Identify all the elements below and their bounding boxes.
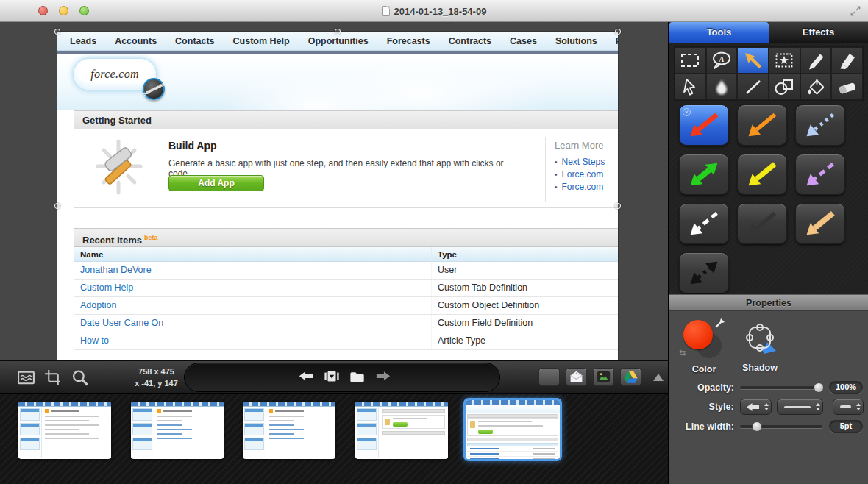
sf-tab-solutions[interactable]: Solutions	[555, 36, 597, 46]
solid-line-glyph	[784, 406, 811, 408]
color-control[interactable]: ⇆ Color	[678, 318, 730, 374]
deselect-badge-icon[interactable]: ✕	[683, 108, 691, 116]
swap-colors-icon[interactable]: ⇆	[679, 348, 686, 357]
cap-style-stepper[interactable]	[833, 399, 864, 415]
sf-tab-opportunities[interactable]: Opportunities	[308, 36, 369, 46]
row-name-link[interactable]: Jonathan DeVore	[74, 262, 431, 279]
tab-tools[interactable]: Tools	[669, 22, 769, 43]
google-drive-share-button[interactable]	[620, 368, 641, 386]
collection-button[interactable]	[322, 368, 341, 387]
arrow-style-blue-dotted-arrow[interactable]	[795, 104, 845, 146]
eraser-icon	[835, 76, 860, 97]
thumbnail-2[interactable]	[131, 402, 224, 459]
thumbnail-1[interactable]	[18, 402, 111, 459]
arrow-style-green-double-arrow[interactable]	[679, 154, 729, 195]
sf-tab-accounts[interactable]: Accounts	[115, 36, 157, 46]
sf-tab-custom-help[interactable]: Custom Help	[233, 36, 290, 46]
tool-rectangular-selection[interactable]	[675, 47, 706, 74]
table-row: AdoptionCustom Object Definition	[74, 297, 618, 315]
forward-arrow-button[interactable]	[374, 368, 393, 387]
zoom-button[interactable]	[71, 368, 90, 387]
arrow-style-black-dotted-double-arrow[interactable]	[679, 252, 729, 293]
tool-eraser[interactable]	[831, 74, 863, 100]
tool-pointer[interactable]	[675, 74, 706, 100]
row-name-link[interactable]: Adoption	[74, 297, 431, 314]
primary-color-well[interactable]	[683, 320, 713, 349]
sf-tab-cases[interactable]: Cases	[510, 36, 537, 46]
thumbnail-4[interactable]	[355, 402, 448, 459]
svg-text:A: A	[718, 54, 724, 63]
image-app-share-button[interactable]	[593, 368, 614, 386]
google-drive-icon	[623, 369, 638, 385]
arrow-style-white-dashed-arrow[interactable]	[679, 203, 729, 244]
tool-arrow[interactable]	[737, 47, 769, 74]
line-width-value[interactable]: 5pt	[829, 420, 863, 433]
tool-highlighter[interactable]	[831, 47, 863, 74]
blank-share-button[interactable]	[538, 368, 560, 386]
arrow-style-orange-arrow[interactable]	[737, 104, 787, 146]
selection-handle-mid-right[interactable]	[615, 203, 621, 209]
shadow-control[interactable]: Shadow	[734, 320, 786, 373]
folder-button[interactable]	[348, 368, 367, 387]
selection-handle-top-center[interactable]	[335, 29, 341, 35]
learn-more-panel: Learn More •Next Steps•Force.com•Force.c…	[545, 137, 618, 202]
line-icon	[741, 76, 766, 97]
row-type: User	[431, 262, 618, 279]
back-arrow-button[interactable]	[296, 368, 316, 387]
learn-more-link[interactable]: •Next Steps	[555, 157, 618, 167]
opacity-slider-knob[interactable]	[814, 382, 824, 393]
cloud-art	[219, 72, 410, 110]
selection-handle-top-left[interactable]	[54, 29, 60, 35]
arrow-style-yellow-arrow[interactable]	[737, 154, 787, 195]
selection-handle-top-right[interactable]	[615, 29, 621, 35]
row-name-link[interactable]: Custom Help	[74, 280, 431, 296]
sf-tab-produ[interactable]: Produ	[616, 36, 618, 46]
tool-pen[interactable]	[800, 47, 832, 74]
selection-handle-mid-left[interactable]	[54, 203, 60, 209]
tool-grid: A	[674, 46, 864, 101]
canvas-button[interactable]	[16, 368, 35, 387]
arrow-style-violet-dashed-arrow[interactable]	[795, 154, 845, 195]
learn-more-link[interactable]: •Force.com	[555, 169, 618, 179]
tool-stamp[interactable]	[769, 47, 800, 74]
learn-more-link[interactable]: •Force.com	[555, 182, 618, 192]
add-app-button[interactable]: Add App	[168, 175, 264, 191]
arrowhead-style-stepper[interactable]	[740, 399, 772, 415]
expand-triangle-icon[interactable]	[653, 374, 664, 381]
arrow-style-tan-arrow[interactable]	[795, 203, 845, 244]
fullscreen-icon[interactable]	[850, 6, 861, 16]
bullet: •	[555, 171, 558, 179]
thumbnail-3[interactable]	[243, 402, 335, 459]
navigation-bar	[184, 363, 500, 392]
pointer-icon	[677, 76, 702, 97]
crop-button[interactable]	[43, 368, 63, 387]
row-name-link[interactable]: Date User Came On	[74, 315, 431, 332]
arrow-style-gray-arrow[interactable]	[737, 203, 787, 244]
salesforce-header: force.com SOFTWARE	[57, 54, 618, 110]
crop-icon	[44, 369, 63, 387]
opacity-slider[interactable]	[740, 382, 822, 393]
tab-effects[interactable]: Effects	[769, 22, 868, 43]
arrow-style-red-arrow[interactable]: ✕	[679, 104, 729, 146]
sf-tab-contracts[interactable]: Contracts	[449, 36, 491, 46]
mail-share-button[interactable]	[566, 368, 587, 386]
opacity-value[interactable]: 100%	[829, 381, 863, 394]
line-width-slider-knob[interactable]	[752, 421, 762, 432]
sf-tab-leads[interactable]: Leads	[70, 36, 96, 46]
sf-tab-forecasts[interactable]: Forecasts	[387, 36, 430, 46]
canvas[interactable]: LeadsAccountsContactsCustom HelpOpportun…	[0, 22, 668, 360]
tool-line[interactable]	[737, 74, 769, 100]
row-type: Article Type	[431, 332, 618, 349]
arrowhead-glyph-icon	[746, 402, 760, 412]
row-name-link[interactable]: How to	[74, 332, 431, 349]
tool-shape[interactable]	[769, 74, 800, 100]
tool-callout[interactable]: A	[706, 47, 738, 74]
line-style-stepper[interactable]	[777, 399, 823, 415]
screenshot-image[interactable]: LeadsAccountsContactsCustom HelpOpportun…	[57, 32, 618, 360]
eyedropper-icon[interactable]	[714, 317, 726, 329]
tool-fill[interactable]	[800, 74, 832, 100]
line-width-slider[interactable]	[740, 421, 822, 432]
thumbnail-5[interactable]	[463, 398, 562, 461]
sf-tab-contacts[interactable]: Contacts	[175, 36, 214, 46]
tool-blur[interactable]	[706, 74, 738, 100]
